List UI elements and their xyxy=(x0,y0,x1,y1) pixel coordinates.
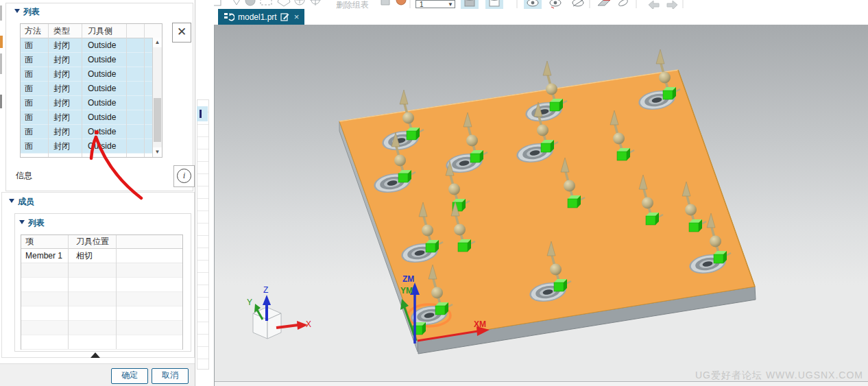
redo-arrow-icon xyxy=(667,1,677,9)
mcs-z-label: ZM xyxy=(402,274,414,284)
tool-side-row[interactable]: 面 封闭 Outside xyxy=(21,110,162,125)
cube-icon xyxy=(381,0,389,5)
members-section-header[interactable]: 成员 xyxy=(9,196,34,208)
triad-y-label: Y xyxy=(247,298,252,307)
scroll-down-icon[interactable]: ▼ xyxy=(153,147,162,157)
column-type: 类型 xyxy=(48,25,82,37)
scroll-up-icon[interactable]: ▲ xyxy=(153,38,162,47)
forum-watermark: UG爱好者论坛 WWW.UGSNX.COM xyxy=(695,370,863,382)
eye-icon xyxy=(550,0,561,8)
rectangle-select-icon xyxy=(261,0,272,5)
cylinder-shaded-icon xyxy=(465,0,474,6)
tool-side-row[interactable]: 面 封闭 Outside xyxy=(21,67,162,82)
column-item: 项 xyxy=(21,236,72,248)
sphere-select-icon xyxy=(245,0,255,5)
viewport-3d[interactable]: ZM YM XM Z Y X UG爱好者论坛 WWW.UGSNX.COM xyxy=(214,25,868,386)
members-list-group: 列表 项 刀具位置 Member 1 相切 xyxy=(14,213,191,352)
collapsed-list[interactable] xyxy=(197,99,209,370)
tab-bar: model1.prt × xyxy=(195,9,868,25)
clip-icon xyxy=(618,0,629,8)
group-dialog-panel: 列表 方法 类型 刀具侧 面 封闭 Outside xyxy=(0,0,195,386)
members-header-row: 项 刀具位置 xyxy=(21,235,182,249)
scroll-thumb[interactable] xyxy=(154,98,161,142)
members-list-header[interactable]: 列表 xyxy=(19,217,45,229)
hide-eye-icon xyxy=(572,0,583,6)
tab-label: model1.prt xyxy=(238,12,277,22)
clipped-edge-icon xyxy=(0,95,2,108)
level-spinner[interactable]: 1▼ xyxy=(415,0,455,8)
model-scene xyxy=(215,25,868,386)
spinner-dropdown-icon[interactable]: ▼ xyxy=(448,1,453,8)
tool-side-row[interactable]: 面 封闭 Outside xyxy=(21,139,162,154)
remove-item-button[interactable]: ✕ xyxy=(172,23,191,43)
info-button[interactable]: i xyxy=(173,165,195,187)
close-tab-icon[interactable]: × xyxy=(294,12,300,22)
tool-side-list-group: 列表 方法 类型 刀具侧 面 封闭 Outside xyxy=(5,3,193,191)
tool-side-row[interactable]: 面 封闭 Outside xyxy=(21,53,162,67)
member-row[interactable]: Member 1 相切 xyxy=(21,249,182,263)
clipped-edge-icon xyxy=(0,53,2,74)
polygon-select-icon xyxy=(278,0,290,6)
tool-side-row[interactable]: 面 封闭 Outside xyxy=(21,38,162,53)
clipped-edge-icon xyxy=(0,36,3,48)
dialog-collapse-handle[interactable] xyxy=(91,352,100,358)
collapse-triangle-icon xyxy=(14,9,20,13)
toolbar-icons xyxy=(195,0,868,9)
nx-application-window: 删除组表 1▼ model1.prt × xyxy=(0,0,868,386)
tool-side-row[interactable]: 面 封闭 Outside xyxy=(21,125,162,139)
members-table: 项 刀具位置 Member 1 相切 xyxy=(21,234,183,350)
collapsed-panel-strip xyxy=(195,0,214,386)
collapsed-list-selected-item[interactable] xyxy=(197,106,208,121)
table-scrollbar[interactable]: ▲ ▼ xyxy=(152,38,162,157)
members-body: Member 1 相切 xyxy=(21,249,182,263)
edit-part-icon[interactable] xyxy=(280,12,289,21)
orange-sphere-icon xyxy=(396,0,406,5)
top-toolbar[interactable]: 删除组表 1▼ xyxy=(195,0,868,10)
info-label: 信息 xyxy=(16,170,32,182)
cancel-button[interactable]: 取消 xyxy=(152,368,189,384)
table-body: 面 封闭 Outside 面 封闭 Outside 面 xyxy=(21,38,162,154)
table-header-row: 方法 类型 刀具侧 xyxy=(21,24,162,38)
triad-x-label: X xyxy=(306,319,311,329)
dialog-footer: 确定 取消 xyxy=(0,363,195,386)
part-modified-icon xyxy=(224,12,234,22)
info-icon: i xyxy=(177,169,191,183)
triad-z-label: Z xyxy=(263,285,268,295)
show-eye-icon xyxy=(527,0,538,6)
column-method: 方法 xyxy=(21,25,48,37)
view-triad xyxy=(253,295,308,339)
column-tool-side: 刀具侧 xyxy=(82,25,126,37)
list-section-header[interactable]: 列表 xyxy=(14,6,40,18)
disabled-toolbar-label: 删除组表 xyxy=(336,0,369,10)
eraser-icon xyxy=(598,0,610,5)
members-group: 成员 列表 项 刀具位置 Member 1 相切 xyxy=(1,192,195,358)
ok-button[interactable]: 确定 xyxy=(111,368,148,384)
tool-side-table: 方法 类型 刀具侧 面 封闭 Outside 面 xyxy=(20,23,162,158)
tab-model1[interactable]: model1.prt × xyxy=(218,9,304,25)
tool-side-row[interactable]: 面 封闭 Outside xyxy=(21,96,162,110)
mcs-x-label: XM xyxy=(474,319,486,329)
cylinder-wireframe-icon xyxy=(490,0,499,6)
mcs-y-label: YM xyxy=(400,286,413,295)
funnel-icon xyxy=(232,0,241,5)
tool-side-row[interactable]: 面 封闭 Outside xyxy=(21,82,162,96)
undo-arrow-icon xyxy=(649,1,659,9)
clipped-edge-icon xyxy=(0,5,2,21)
